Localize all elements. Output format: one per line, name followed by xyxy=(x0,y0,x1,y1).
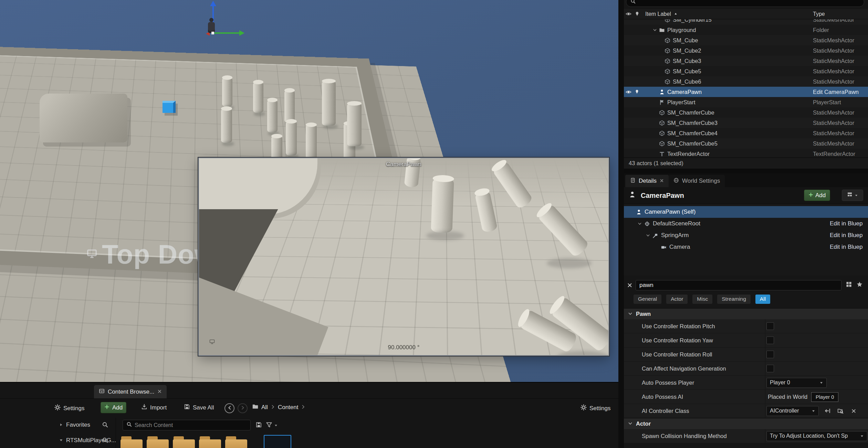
cylinder-actor[interactable] xyxy=(347,103,362,146)
dropdown[interactable]: Player 0 xyxy=(766,378,827,388)
tab-world-settings[interactable]: World Settings xyxy=(669,175,725,187)
add-component-button[interactable]: Add xyxy=(804,190,830,201)
folder-tile[interactable] xyxy=(121,436,143,448)
folder-tile[interactable] xyxy=(225,436,247,448)
checkbox[interactable] xyxy=(766,337,774,344)
component-row[interactable]: CameraEdit in Bluep xyxy=(624,241,868,253)
display-settings-icon[interactable] xyxy=(846,281,852,289)
clear-asset-icon[interactable] xyxy=(849,408,858,414)
expand-arrow-icon[interactable] xyxy=(59,422,63,428)
filter-icon[interactable] xyxy=(266,422,272,428)
content-browser-tab[interactable]: Content Browse... xyxy=(94,385,167,398)
outliner-row[interactable]: SM_Cube3StaticMeshActor xyxy=(624,56,868,66)
checkbox[interactable] xyxy=(766,322,774,330)
cylinder-actor[interactable] xyxy=(253,82,263,113)
dock-settings-button[interactable]: Settings xyxy=(51,403,88,414)
expander-icon[interactable] xyxy=(645,233,651,237)
save-all-button[interactable]: Save All xyxy=(180,402,217,413)
content-search-bar[interactable] xyxy=(123,420,251,430)
outliner-row[interactable]: TextRenderActorTextRenderActor xyxy=(624,149,868,157)
breadcrumb-content[interactable]: Content xyxy=(278,404,299,411)
outliner-row[interactable]: SM_Cube2StaticMeshActor xyxy=(624,45,868,56)
use-selected-asset-icon[interactable] xyxy=(823,408,832,414)
favorites-star-icon[interactable] xyxy=(856,281,863,289)
folder-tile[interactable] xyxy=(173,436,195,448)
dropdown[interactable]: Try To Adjust Location, Don't Sp xyxy=(766,431,867,441)
column-type[interactable]: Type xyxy=(813,11,825,17)
component-row[interactable]: DefaultSceneRootEdit in Bluep xyxy=(624,218,868,230)
cylinder-actor[interactable] xyxy=(286,121,297,156)
filter-button-misc[interactable]: Misc xyxy=(692,295,712,304)
expander-icon[interactable] xyxy=(652,28,658,32)
cylinder-actor[interactable] xyxy=(306,125,317,159)
import-button[interactable]: Import xyxy=(138,402,170,413)
gizmo-y-axis-icon[interactable] xyxy=(239,30,244,36)
details-search-box[interactable] xyxy=(636,280,841,290)
content-settings-button[interactable]: Settings xyxy=(577,403,614,414)
outliner-row[interactable]: SM_ChamferCubeStaticMeshActor xyxy=(624,107,868,118)
close-icon[interactable] xyxy=(157,388,162,395)
tab-details[interactable]: Details xyxy=(625,175,669,187)
outliner-row[interactable]: PlayerStartPlayerStart xyxy=(624,97,868,107)
pin-icon[interactable] xyxy=(633,11,641,17)
filter-button-streaming[interactable]: Streaming xyxy=(717,295,751,304)
selected-asset-tile[interactable] xyxy=(264,435,291,448)
back-button[interactable] xyxy=(224,403,234,413)
checkbox[interactable] xyxy=(766,365,774,372)
outliner-row[interactable]: SM_Cube5StaticMeshActor xyxy=(624,66,868,76)
outliner-row[interactable]: SM_ChamferCube3StaticMeshActor xyxy=(624,118,868,128)
browse-to-asset-icon[interactable] xyxy=(836,408,845,414)
column-item-label[interactable]: Item Label xyxy=(645,11,671,17)
folder-tile[interactable] xyxy=(199,436,221,448)
outliner-row[interactable]: SM_Cylinder15StaticMeshActor xyxy=(624,19,868,25)
folder-tile[interactable] xyxy=(147,436,169,448)
component-row[interactable]: SpringArmEdit in Bluep xyxy=(624,230,868,241)
cylinder-actor[interactable] xyxy=(267,100,278,132)
section-header-pawn[interactable]: Pawn xyxy=(624,308,868,319)
outliner-row[interactable]: SM_CubeStaticMeshActor xyxy=(624,35,868,45)
clear-filter-icon[interactable] xyxy=(624,282,636,288)
filter-button-actor[interactable]: Actor xyxy=(666,295,688,304)
favorites-section[interactable]: Favorites xyxy=(59,422,90,428)
details-search-input[interactable] xyxy=(639,282,838,289)
level-viewport[interactable]: Top Down CameraPawn 90.000000 ° xyxy=(0,0,618,382)
outliner-row[interactable]: SM_ChamferCube5StaticMeshActor xyxy=(624,138,868,149)
edit-in-blueprint-link[interactable]: Edit in Bluep xyxy=(830,244,868,250)
project-search-icon[interactable] xyxy=(102,437,108,443)
cylinder-actor[interactable] xyxy=(284,90,295,123)
visibility-eye-icon[interactable] xyxy=(624,89,633,95)
collapse-arrow-icon[interactable] xyxy=(59,437,63,444)
checkbox[interactable] xyxy=(766,351,774,358)
expander-icon[interactable] xyxy=(637,222,642,226)
component-row[interactable]: CameraPawn (Self) xyxy=(624,206,868,218)
sort-ascending-icon[interactable] xyxy=(674,11,678,17)
outliner-search-bar[interactable] xyxy=(626,0,864,7)
favorites-search-icon[interactable] xyxy=(102,422,108,428)
cylinder-actor[interactable] xyxy=(222,77,232,107)
filter-button-general[interactable]: General xyxy=(634,295,661,304)
dropdown[interactable]: AIController xyxy=(766,406,819,416)
pin-icon[interactable] xyxy=(633,89,641,94)
save-state-icon[interactable] xyxy=(255,422,262,428)
outliner-row[interactable]: SM_Cube6StaticMeshActor xyxy=(624,76,868,87)
outliner-row[interactable]: CameraPawnEdit CameraPawn xyxy=(624,87,868,97)
filter-button-all[interactable]: All xyxy=(755,295,770,304)
chevron-right-icon[interactable] xyxy=(301,404,305,411)
section-header-actor[interactable]: Actor xyxy=(624,418,868,429)
cylinder-actor[interactable] xyxy=(221,108,232,143)
edit-in-blueprint-link[interactable]: Edit in Bluep xyxy=(830,232,868,239)
outliner-row[interactable]: PlaygroundFolder xyxy=(624,25,868,35)
cylinder-actor[interactable] xyxy=(322,81,336,126)
breadcrumb-all[interactable]: All xyxy=(261,404,268,411)
forward-button[interactable] xyxy=(238,403,248,413)
chevron-right-icon[interactable] xyxy=(271,404,275,411)
outliner-row[interactable]: SM_ChamferCube4StaticMeshActor xyxy=(624,128,868,138)
filter-caret-icon[interactable] xyxy=(274,424,278,427)
actor-type[interactable]: Edit CameraPawn xyxy=(813,89,867,95)
edit-in-blueprint-link[interactable]: Edit in Bluep xyxy=(830,220,868,227)
details-view-options-button[interactable] xyxy=(842,190,863,201)
add-button[interactable]: Add xyxy=(101,402,126,413)
close-icon[interactable] xyxy=(660,178,664,184)
eye-icon[interactable] xyxy=(624,11,633,17)
content-search-input[interactable] xyxy=(135,422,247,428)
